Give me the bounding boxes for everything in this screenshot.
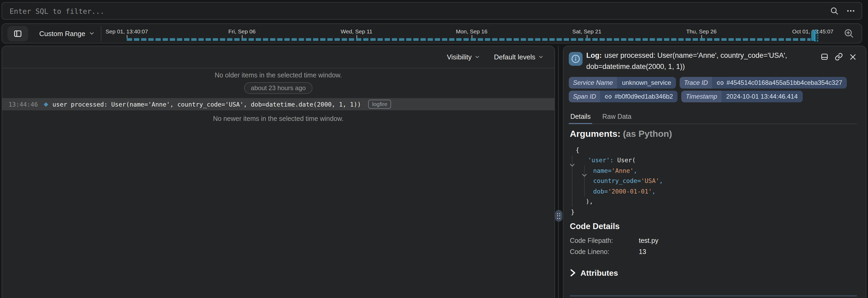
reader-panel-icon xyxy=(820,53,829,61)
code-filepath-value: test.py xyxy=(639,237,658,244)
code-filepath-row: Code Filepath: test.py xyxy=(570,237,613,244)
logfire-tag[interactable]: logfire xyxy=(369,100,391,108)
sidebar-toggle-button[interactable] xyxy=(7,26,28,41)
diamond-level-icon: ◆ xyxy=(44,101,48,108)
code-token: 'USA' xyxy=(641,177,659,185)
log-title-prefix: Log: xyxy=(586,52,602,59)
visibility-label: Visibility xyxy=(447,53,471,61)
no-newer-message: No newer items in the selected time wind… xyxy=(2,115,554,123)
default-levels-dropdown[interactable]: Default levels xyxy=(494,53,544,61)
timeline-date-label: Sat, Sep 21 xyxy=(572,28,601,34)
tab-raw-data[interactable]: Raw Data xyxy=(602,109,632,124)
close-button[interactable] xyxy=(849,53,857,61)
panel-left-icon xyxy=(13,29,22,38)
badge-value: 2024-10-01 13:44:46.414 xyxy=(721,91,803,102)
code-lineno-label: Code Lineno: xyxy=(570,248,609,256)
time-ago-badge: about 23 hours ago xyxy=(244,82,313,94)
timeline-date-label: Sep 01, 13:40:07 xyxy=(105,28,148,34)
log-row[interactable]: 13:44:46 ◆ user processed: User(name='An… xyxy=(2,98,554,110)
attributes-section-toggle[interactable]: Attributes xyxy=(569,268,618,277)
code-token: dob= xyxy=(593,188,608,195)
code-details-heading: Code Details xyxy=(570,222,620,231)
chevron-down-icon xyxy=(474,54,480,60)
badge-label: Trace ID xyxy=(680,77,712,89)
code-token: , xyxy=(652,188,656,195)
link-icon xyxy=(835,53,843,61)
more-options-button[interactable] xyxy=(846,6,855,15)
panel-resize-handle[interactable] xyxy=(555,210,562,222)
code-token: 'Anne' xyxy=(612,167,633,174)
log-detail-title: Log:user processed: User(name='Anne', co… xyxy=(586,50,793,72)
badge-value: #454514c0168a455a51bb4ceba354c327 xyxy=(726,79,842,87)
timeline-date-label: Mon, Sep 16 xyxy=(456,28,487,34)
search-button[interactable] xyxy=(830,6,839,15)
code-token: name= xyxy=(593,167,612,174)
badge-label: Service Name xyxy=(569,77,617,89)
no-older-message: No older items in the selected time wind… xyxy=(2,72,554,79)
default-levels-label: Default levels xyxy=(494,53,535,61)
log-title-line2: dob=datetime.date(2000, 1, 1)) xyxy=(586,61,793,72)
tab-details[interactable]: Details xyxy=(570,109,591,124)
log-message: user processed: User(name='Anne', countr… xyxy=(53,100,361,108)
log-title-line1: user processed: User(name='Anne', countr… xyxy=(604,52,787,59)
code-token: ), xyxy=(586,198,593,205)
badge-label: Span ID xyxy=(569,91,600,102)
badge-value: unknown_service xyxy=(617,77,676,89)
timeline-date-label: Wed, Sep 11 xyxy=(341,28,372,34)
detail-panel: Log:user processed: User(name='Anne', co… xyxy=(563,45,866,298)
chevron-right-icon xyxy=(569,269,576,277)
copy-link-button[interactable] xyxy=(835,53,843,61)
log-timestamp: 13:44:46 xyxy=(8,100,38,108)
panel-separator-line xyxy=(558,45,559,298)
span-id-badge[interactable]: Span ID #b0f0d9ed1ab346b2 xyxy=(569,91,678,102)
code-lineno-value: 13 xyxy=(639,248,646,256)
logs-panel: Visibility Default levels No older items… xyxy=(2,45,555,298)
timeline-date-label: Fri, Sep 06 xyxy=(228,28,256,34)
detail-tabs: Details Raw Data xyxy=(570,109,857,124)
chevron-down-icon xyxy=(538,54,544,60)
section-divider xyxy=(570,295,857,296)
sql-filter-bar xyxy=(2,2,862,20)
timeline-divider xyxy=(101,26,101,41)
trace-id-badge[interactable]: Trace ID #454514c0168a455a51bb4ceba354c3… xyxy=(680,77,847,89)
attributes-title: Attributes xyxy=(581,268,618,277)
code-token: '2000-01-01' xyxy=(608,188,652,195)
arguments-subtitle: (as Python) xyxy=(623,129,672,139)
code-token: , xyxy=(633,167,637,174)
arguments-heading: Arguments: (as Python) xyxy=(570,129,672,139)
zoom-in-button[interactable] xyxy=(844,28,854,39)
time-range-selector[interactable]: Custom Range xyxy=(39,24,95,43)
code-token: } xyxy=(571,208,575,216)
arguments-title: Arguments: xyxy=(570,129,620,139)
timeline-selection[interactable] xyxy=(814,30,818,41)
chevron-down-icon xyxy=(88,30,95,37)
search-icon xyxy=(830,6,839,15)
timestamp-badge: Timestamp 2024-10-01 13:44:46.414 xyxy=(682,91,803,102)
zoom-in-icon xyxy=(844,28,854,39)
info-icon xyxy=(569,52,583,66)
time-range-label: Custom Range xyxy=(39,29,85,37)
logs-toolbar: Visibility Default levels xyxy=(2,46,554,68)
code-token: , xyxy=(659,177,663,185)
badge-label: Timestamp xyxy=(682,91,721,102)
ellipsis-icon xyxy=(846,6,855,15)
timeline-bar: Custom Range Sep 01, 13:40:07 Fri, Sep 0… xyxy=(2,23,862,43)
timeline-date-label: Thu, Sep 26 xyxy=(686,28,716,34)
code-lineno-row: Code Lineno: 13 xyxy=(570,248,609,256)
arguments-code-tree: { 'user': User( name='Anne', country_cod… xyxy=(570,145,663,217)
app-window: Custom Range Sep 01, 13:40:07 Fri, Sep 0… xyxy=(0,0,868,298)
service-name-badge: Service Name unknown_service xyxy=(569,77,676,89)
reader-view-button[interactable] xyxy=(820,53,829,61)
timeline-histogram[interactable] xyxy=(127,38,811,40)
code-token: country_code= xyxy=(593,177,641,185)
close-icon xyxy=(849,53,857,61)
sql-filter-input[interactable] xyxy=(9,7,823,15)
visibility-dropdown[interactable]: Visibility xyxy=(447,53,480,61)
link-icon xyxy=(717,79,724,86)
badge-value: #b0f0d9ed1ab346b2 xyxy=(615,93,673,100)
code-filepath-label: Code Filepath: xyxy=(570,237,613,244)
link-icon xyxy=(605,93,612,100)
